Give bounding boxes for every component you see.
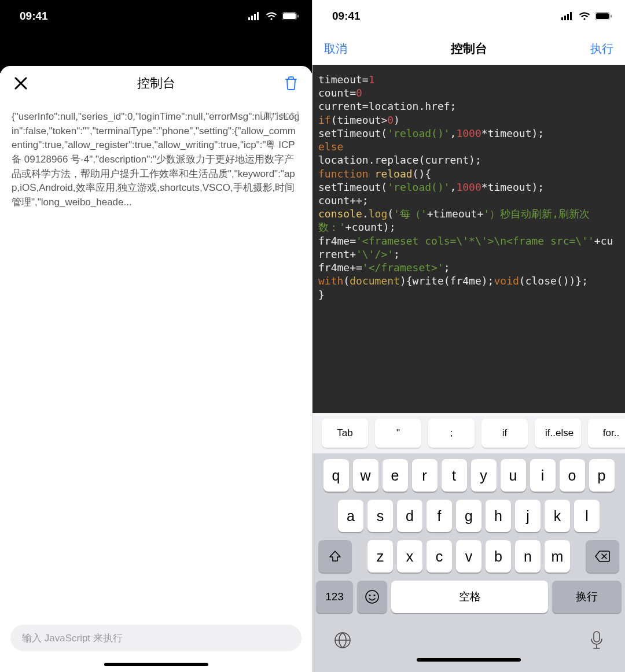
run-button[interactable]: 执行: [590, 41, 613, 57]
close-icon: [14, 77, 27, 90]
key-l[interactable]: l: [574, 500, 600, 532]
svg-rect-0: [248, 17, 250, 20]
accessory-bar: Tab";ifif..elsefor..: [312, 413, 625, 453]
svg-rect-7: [561, 17, 563, 20]
backspace-key[interactable]: [586, 540, 619, 573]
key-q[interactable]: q: [323, 459, 349, 492]
emoji-icon: [365, 589, 380, 604]
js-input[interactable]: 输入 JavaScript 来执行: [10, 625, 302, 651]
shift-icon: [328, 549, 342, 563]
status-bar-right: 09:41: [312, 0, 625, 32]
key-p[interactable]: p: [589, 459, 615, 492]
status-time: 09:41: [20, 10, 48, 23]
key-b[interactable]: b: [486, 540, 511, 573]
accessory-key-ifelse[interactable]: if..else: [535, 419, 581, 448]
key-s[interactable]: s: [367, 500, 393, 532]
cellular-icon: [561, 12, 574, 20]
svg-rect-1: [251, 16, 253, 20]
svg-rect-3: [257, 12, 259, 20]
accessory-key-[interactable]: ;: [428, 419, 475, 448]
battery-icon: [282, 12, 299, 20]
key-h[interactable]: h: [486, 500, 511, 532]
shift-key[interactable]: [318, 540, 352, 573]
emoji-key[interactable]: [357, 581, 387, 613]
soft-keyboard: qwertyuiop asdfghjkl zxcvbnm 123 空格 换行: [312, 453, 625, 672]
trash-icon: [284, 76, 298, 91]
accessory-key-if[interactable]: if: [481, 419, 528, 448]
dictation-key[interactable]: [589, 630, 604, 650]
key-z[interactable]: z: [367, 540, 393, 573]
return-key[interactable]: 换行: [552, 581, 622, 613]
output-text: {"userInfo":null,"series_id":0,"loginTim…: [12, 111, 300, 208]
key-i[interactable]: i: [530, 459, 556, 492]
svg-rect-2: [254, 14, 256, 20]
key-a[interactable]: a: [338, 500, 363, 532]
js-input-placeholder: 输入 JavaScript 来执行: [22, 632, 123, 645]
key-y[interactable]: y: [471, 459, 497, 492]
svg-point-14: [366, 590, 378, 603]
battery-icon: [595, 12, 612, 20]
key-j[interactable]: j: [515, 500, 541, 532]
numeric-key[interactable]: 123: [316, 581, 353, 613]
accessory-key-[interactable]: ": [375, 419, 421, 448]
modal-title: 控制台: [31, 75, 281, 92]
svg-rect-13: [611, 15, 612, 18]
clear-button[interactable]: [281, 73, 302, 94]
svg-rect-10: [570, 12, 572, 20]
nav-title: 控制台: [451, 40, 487, 57]
key-o[interactable]: o: [560, 459, 585, 492]
backspace-icon: [594, 550, 611, 563]
space-key[interactable]: 空格: [391, 581, 548, 613]
code-editor[interactable]: timeout=1 count=0 current=location.href;…: [312, 65, 625, 413]
globe-key[interactable]: [333, 631, 352, 649]
key-w[interactable]: w: [353, 459, 378, 492]
key-g[interactable]: g: [456, 500, 481, 532]
key-m[interactable]: m: [545, 540, 570, 573]
mic-icon: [589, 630, 604, 650]
key-v[interactable]: v: [456, 540, 481, 573]
svg-point-16: [373, 595, 375, 596]
cancel-button[interactable]: 取消: [324, 41, 347, 57]
svg-point-15: [369, 595, 370, 596]
accessory-key-for[interactable]: for..: [588, 419, 625, 448]
key-e[interactable]: e: [383, 459, 408, 492]
key-n[interactable]: n: [515, 540, 541, 573]
console-output[interactable]: {"userInfo":null,"series_id":0,"loginTim…: [0, 101, 312, 625]
wifi-icon: [578, 12, 591, 21]
key-t[interactable]: t: [442, 459, 467, 492]
key-k[interactable]: k: [545, 500, 570, 532]
cellular-icon: [248, 12, 261, 20]
svg-rect-9: [567, 14, 569, 20]
status-icons: [561, 12, 612, 21]
globe-icon: [333, 631, 352, 649]
close-button[interactable]: [10, 73, 31, 94]
key-c[interactable]: c: [427, 540, 452, 573]
console-modal: 控制台 {"userInfo":null,"series_id":0,"logi…: [0, 66, 312, 672]
key-d[interactable]: d: [397, 500, 422, 532]
key-x[interactable]: x: [397, 540, 422, 573]
home-indicator[interactable]: [417, 658, 521, 662]
key-f[interactable]: f: [427, 500, 452, 532]
accessory-key-Tab[interactable]: Tab: [322, 419, 368, 448]
key-r[interactable]: r: [412, 459, 438, 492]
svg-rect-18: [594, 632, 600, 642]
svg-rect-12: [596, 13, 609, 19]
output-type-tag: [Object]: [259, 110, 300, 123]
status-time: 09:41: [332, 10, 361, 23]
nav-bar: 取消 控制台 执行: [312, 32, 625, 65]
key-u[interactable]: u: [501, 459, 526, 492]
home-indicator[interactable]: [104, 663, 208, 666]
svg-rect-8: [564, 16, 566, 20]
wifi-icon: [265, 12, 278, 21]
svg-rect-5: [283, 13, 296, 19]
status-icons: [248, 12, 299, 21]
svg-rect-6: [297, 15, 299, 18]
status-bar-left: 09:41: [0, 0, 312, 32]
